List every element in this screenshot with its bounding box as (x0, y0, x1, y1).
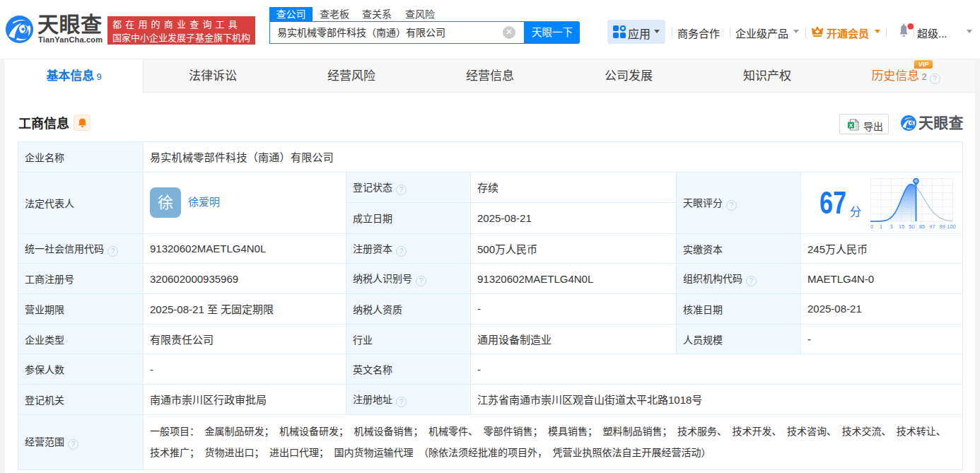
svg-text:3: 3 (889, 223, 892, 230)
svg-text:97: 97 (929, 223, 935, 230)
svg-text:85: 85 (919, 223, 925, 230)
svg-text:100: 100 (947, 223, 956, 230)
svg-text:99: 99 (939, 223, 945, 230)
svg-text:0: 0 (870, 223, 873, 230)
svg-text:1: 1 (880, 223, 882, 230)
svg-text:50: 50 (909, 223, 914, 230)
svg-text:15: 15 (899, 223, 904, 230)
svg-text:X: X (849, 122, 853, 129)
